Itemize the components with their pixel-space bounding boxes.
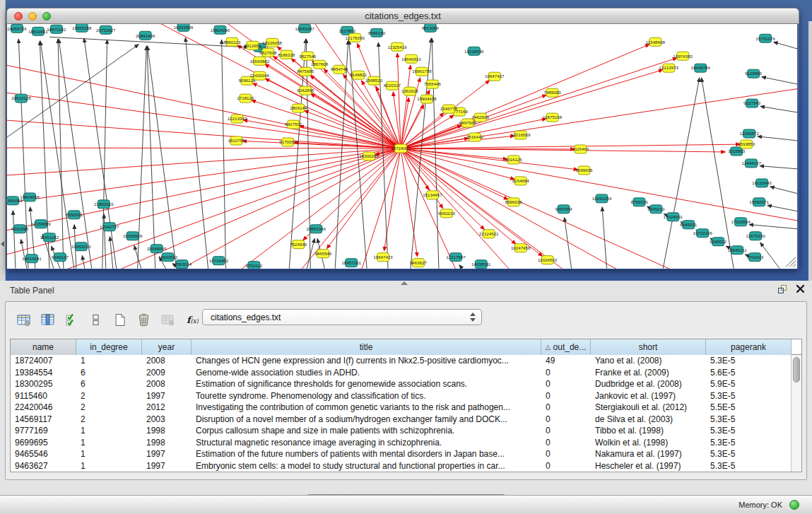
network-node[interactable]: 9115460: [572, 145, 589, 153]
table-selector-dropdown[interactable]: citations_edges.txt: [202, 309, 482, 325]
network-node[interactable]: 2867608: [311, 60, 329, 69]
column-header-pagerank[interactable]: pagerank: [706, 339, 792, 355]
network-node[interactable]: 20510128: [11, 94, 31, 103]
network-node[interactable]: 15056509: [123, 232, 143, 240]
network-node[interactable]: 8996036: [505, 198, 523, 206]
scrollbar-thumb[interactable]: [793, 357, 800, 382]
network-node[interactable]: 16640910: [401, 54, 421, 63]
close-panel-icon[interactable]: [796, 284, 805, 293]
table-row[interactable]: 1938455462009Genome-wide association stu…: [11, 367, 801, 379]
table-row[interactable]: 1872400712008Changes of HCN gene express…: [11, 355, 801, 367]
unselect-rows-icon[interactable]: [83, 308, 107, 332]
network-node[interactable]: 8454749: [331, 65, 348, 74]
network-node[interactable]: 10974383: [673, 52, 693, 60]
splitter-handle-icon[interactable]: [401, 281, 408, 285]
network-node[interactable]: 12563014: [172, 260, 192, 269]
network-node[interactable]: 17016504: [731, 218, 751, 226]
network-node[interactable]: 8466160: [368, 28, 386, 37]
table-row[interactable]: 969969511998Structural magnetic resonanc…: [11, 437, 801, 449]
network-node[interactable]: 2516442: [466, 133, 484, 141]
network-node[interactable]: 10655287: [295, 24, 315, 33]
network-node[interactable]: 18810951: [28, 27, 48, 35]
network-node[interactable]: 12042737: [100, 223, 119, 231]
network-node[interactable]: 11875158: [543, 113, 563, 122]
vertical-scrollbar[interactable]: [791, 355, 801, 472]
float-panel-icon[interactable]: [778, 285, 788, 294]
network-node[interactable]: 15751074: [755, 34, 775, 42]
network-node[interactable]: 1810755: [228, 136, 245, 145]
network-canvas[interactable]: 2405572618810951186711021956535820732627…: [7, 24, 798, 269]
network-node[interactable]: 19804958: [20, 193, 40, 201]
network-node[interactable]: 18957201: [341, 259, 361, 267]
network-node[interactable]: 12093872: [739, 129, 759, 138]
network-node[interactable]: 8350501: [66, 211, 83, 219]
network-node[interactable]: 8186328: [278, 50, 295, 59]
network-node[interactable]: 8645091: [680, 221, 698, 229]
network-node[interactable]: 20891406: [136, 31, 155, 40]
table-row[interactable]: 1830029562008Estimation of significance …: [11, 378, 801, 390]
select-all-checks-icon[interactable]: [59, 308, 83, 332]
column-header-name[interactable]: name: [11, 339, 76, 355]
network-node[interactable]: 12217997: [446, 253, 466, 262]
network-node[interactable]: 1593853: [738, 140, 755, 148]
network-node[interactable]: 10247458: [511, 244, 531, 252]
network-node[interactable]: 22124521: [479, 230, 499, 238]
network-node[interactable]: 20732627: [96, 25, 116, 34]
network-node[interactable]: 21850619: [94, 200, 114, 209]
network-node[interactable]: 9463627: [410, 259, 428, 267]
new-column-icon[interactable]: [107, 308, 131, 332]
network-node[interactable]: 8475685: [297, 67, 314, 76]
table-row[interactable]: 946362711997Embryonic stem cells: a mode…: [11, 460, 801, 472]
column-header-in_degree[interactable]: in_degree: [76, 339, 142, 355]
network-node[interactable]: 9750112: [246, 262, 263, 269]
network-node[interactable]: 16291254: [592, 194, 612, 203]
table-row[interactable]: 977716911998Corpus callosum shape and si…: [11, 425, 801, 437]
network-node[interactable]: 14638591: [471, 260, 491, 269]
column-header-short[interactable]: short: [591, 339, 706, 355]
network-node[interactable]: 9345210: [647, 205, 665, 214]
network-node[interactable]: 12213973: [659, 64, 679, 72]
network-node[interactable]: 8813054: [422, 24, 440, 32]
table-row[interactable]: 2242004622012Investigating the contribut…: [11, 402, 801, 414]
network-node[interactable]: 9170051: [279, 138, 297, 146]
network-node[interactable]: 9465546: [314, 250, 332, 258]
network-node[interactable]: 18671102: [47, 25, 66, 33]
collapse-panel-arrow-icon[interactable]: [1, 241, 4, 247]
network-node[interactable]: 11325419: [388, 42, 408, 51]
column-visibility-icon[interactable]: [35, 308, 59, 332]
column-header-year[interactable]: year: [142, 339, 192, 355]
network-node[interactable]: 17024591: [664, 213, 683, 221]
network-node[interactable]: 9827546: [299, 52, 317, 60]
delete-column-icon[interactable]: [131, 308, 155, 332]
network-node[interactable]: 10953210: [71, 243, 91, 251]
table-row[interactable]: 946554611997Estimation of the future num…: [11, 448, 801, 460]
network-node[interactable]: 12156889: [31, 220, 51, 228]
network-node[interactable]: 9331598: [11, 225, 29, 233]
table-row[interactable]: 911546021997Tourette syndrome. Phenomeno…: [11, 390, 801, 402]
network-node[interactable]: 19565358: [72, 24, 92, 32]
network-node[interactable]: 7702413: [746, 253, 764, 262]
column-header-out_de[interactable]: △out_de...: [541, 339, 591, 355]
network-node[interactable]: 8799199: [630, 198, 648, 206]
network-node[interactable]: 16033809: [174, 24, 194, 31]
network-node[interactable]: 15134457: [423, 191, 442, 199]
network-canvas-container[interactable]: 2405572618810951186711021956535820732627…: [6, 24, 798, 269]
network-node[interactable]: 7955446: [424, 80, 442, 88]
network-node[interactable]: 8860123: [223, 37, 241, 46]
network-node[interactable]: 9146821: [350, 71, 367, 79]
network-node[interactable]: 9699695: [576, 166, 594, 175]
network-node[interactable]: 2803144: [290, 104, 307, 112]
network-node[interactable]: 20068065: [147, 245, 167, 253]
network-node[interactable]: 16648784: [691, 64, 711, 72]
network-node[interactable]: 7485083: [544, 88, 562, 97]
network-node[interactable]: 9097954: [555, 205, 573, 214]
network-node[interactable]: 11451262: [40, 233, 59, 242]
network-node[interactable]: 15824090: [211, 25, 230, 34]
network-node[interactable]: 16210643: [752, 179, 772, 187]
network-node[interactable]: 9092214: [438, 209, 456, 218]
table-settings-icon[interactable]: [11, 308, 35, 332]
network-node[interactable]: 19218596: [464, 47, 484, 55]
network-node[interactable]: 16945211: [728, 246, 748, 255]
network-node[interactable]: 9154694: [512, 177, 530, 185]
network-node[interactable]: 9129966: [745, 69, 763, 78]
